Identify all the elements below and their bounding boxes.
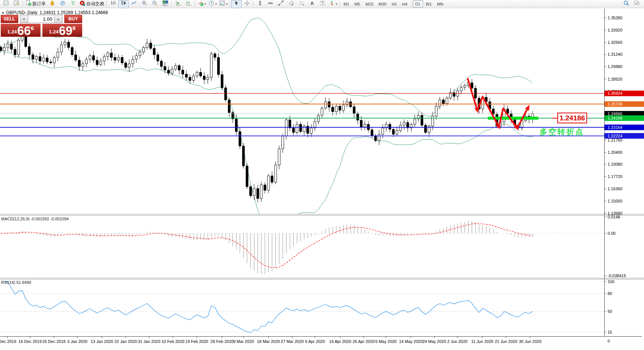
timeframe-m15-button[interactable]: M15 bbox=[363, 0, 376, 8]
quotes-button[interactable] bbox=[47, 0, 57, 8]
trend-zigzag-arrows[interactable] bbox=[468, 79, 529, 130]
chart-symbol-period: GBPUSD-,Daily bbox=[6, 10, 38, 15]
timeframe-m5-button[interactable]: M5 bbox=[352, 0, 363, 8]
zoom-out-button[interactable] bbox=[149, 0, 160, 8]
new-order-button[interactable]: 新订单 bbox=[24, 0, 47, 8]
timeframe-w1-button[interactable]: W1 bbox=[423, 0, 435, 8]
candle-chart-icon bbox=[120, 0, 127, 8]
svg-text:16 Apr 2020: 16 Apr 2020 bbox=[329, 339, 351, 344]
buy-price-display[interactable]: 1.24 69 9 bbox=[42, 24, 82, 37]
chevron-down-icon: ▾ bbox=[205, 2, 206, 6]
svg-text:Dec 2019: Dec 2019 bbox=[0, 339, 16, 344]
auto-scroll-button[interactable] bbox=[173, 0, 183, 8]
price-level-text-box[interactable]: 1.24186 bbox=[557, 113, 587, 123]
svg-text:25 Dec 2019: 25 Dec 2019 bbox=[42, 339, 65, 344]
svg-text:31 Jan 2020: 31 Jan 2020 bbox=[138, 339, 161, 344]
text-tool-button[interactable]: A bbox=[307, 0, 317, 8]
chart-marker-icon: ► bbox=[2, 11, 5, 14]
chat-button[interactable] bbox=[631, 0, 642, 8]
candle-chart-button[interactable] bbox=[118, 0, 129, 8]
sell-price-big: 66 bbox=[17, 25, 31, 36]
turning-point-annotation[interactable]: 多空转折点 bbox=[540, 127, 584, 137]
market-watch-button[interactable] bbox=[57, 0, 68, 8]
toolbar-separator bbox=[23, 1, 23, 7]
chevron-down-icon: ▾ bbox=[226, 2, 228, 6]
svg-text:21 Jun 2020: 21 Jun 2020 bbox=[495, 339, 518, 344]
fibonacci-tool-button[interactable]: F bbox=[296, 0, 307, 8]
toolbar-separator bbox=[195, 1, 195, 7]
autotrade-icon bbox=[79, 0, 86, 8]
svg-text:30 Jun 2020: 30 Jun 2020 bbox=[519, 339, 542, 344]
trendline-icon bbox=[278, 0, 284, 8]
line-chart-button[interactable] bbox=[129, 0, 139, 8]
price-level-lines[interactable] bbox=[0, 93, 604, 136]
new-chart-button[interactable] bbox=[1, 0, 11, 8]
svg-text:6 Apr 2020: 6 Apr 2020 bbox=[305, 339, 325, 344]
search-icon bbox=[623, 0, 629, 8]
svg-text:14 May 2020: 14 May 2020 bbox=[399, 339, 423, 344]
volume-increase-button[interactable]: ▲ bbox=[54, 15, 62, 23]
trendline-tool-button[interactable] bbox=[276, 0, 286, 8]
timeframe-h4-button[interactable]: H4 bbox=[400, 0, 410, 8]
periods-icon bbox=[208, 0, 215, 8]
new-chart-icon bbox=[3, 0, 9, 8]
buy-price-sup: 9 bbox=[73, 25, 75, 31]
svg-text:15: 15 bbox=[608, 330, 612, 334]
text-label-tool-button[interactable]: T bbox=[317, 0, 328, 8]
history-center-button[interactable] bbox=[11, 0, 22, 8]
hline-tool-button[interactable] bbox=[265, 0, 276, 8]
chat-icon bbox=[634, 0, 640, 8]
svg-text:1.26924: 1.26924 bbox=[608, 91, 622, 95]
timeframe-mn-button[interactable]: MN bbox=[434, 0, 446, 8]
svg-text:1.35280: 1.35280 bbox=[608, 16, 622, 20]
crosshair-button[interactable] bbox=[242, 0, 252, 8]
sell-button[interactable]: SELL bbox=[1, 15, 18, 23]
svg-text:1.24186: 1.24186 bbox=[608, 116, 622, 120]
indicators-button[interactable]: ▾ bbox=[196, 0, 207, 8]
svg-text:3 Jan 2020: 3 Jan 2020 bbox=[67, 339, 87, 344]
channel-tool-button[interactable]: E bbox=[286, 0, 296, 8]
sell-price-display[interactable]: 1.24 66 6 bbox=[1, 24, 41, 37]
toolbar-separator bbox=[171, 1, 172, 7]
chart-shift-icon bbox=[186, 0, 192, 8]
search-button[interactable] bbox=[621, 0, 631, 8]
quotes-icon bbox=[49, 0, 55, 8]
pane-separators[interactable] bbox=[0, 214, 644, 279]
templates-button[interactable]: ▾ bbox=[218, 0, 229, 8]
tile-windows-button[interactable] bbox=[160, 0, 170, 8]
text-icon: A bbox=[309, 0, 315, 8]
tile-windows-icon bbox=[162, 0, 168, 8]
cursor-icon bbox=[234, 0, 240, 8]
vline-tool-button[interactable] bbox=[255, 0, 265, 8]
timeframe-h1-button[interactable]: H1 bbox=[389, 0, 399, 8]
timeframe-d1-button[interactable]: D1 bbox=[413, 0, 423, 8]
chart-shift-button[interactable] bbox=[183, 0, 194, 8]
svg-text:1.15000: 1.15000 bbox=[608, 199, 622, 203]
volume-decrease-button[interactable]: ▼ bbox=[20, 15, 28, 23]
bar-chart-button[interactable] bbox=[108, 0, 118, 8]
svg-text:19 Feb 2020: 19 Feb 2020 bbox=[185, 339, 208, 344]
svg-text:-0.038415: -0.038415 bbox=[608, 273, 626, 278]
volume-input[interactable] bbox=[28, 15, 54, 23]
zoom-in-button[interactable] bbox=[139, 0, 149, 8]
zoom-in-icon bbox=[141, 0, 148, 8]
buy-button[interactable]: BUY bbox=[64, 15, 82, 23]
svg-text:F: F bbox=[303, 4, 304, 6]
time-axis[interactable]: Dec 2019 16 Dec 2019 25 Dec 2019 3 Jan 2… bbox=[0, 336, 541, 344]
price-chart-svg[interactable]: 1.35280 1.33920 1.32560 1.31240 1.29880 … bbox=[0, 0, 644, 350]
hline-icon bbox=[267, 0, 274, 8]
arrows-tool-button[interactable]: ▾ bbox=[328, 0, 338, 8]
timeframe-m1-button[interactable]: M1 bbox=[341, 0, 352, 8]
timeframe-m30-button[interactable]: M30 bbox=[376, 0, 389, 8]
autotrade-button[interactable]: 自动交易 bbox=[78, 0, 105, 8]
chart-canvas[interactable]: 1.35280 1.33920 1.32560 1.31240 1.29880 … bbox=[0, 0, 644, 350]
svg-text:26 Apr 2020: 26 Apr 2020 bbox=[352, 339, 374, 344]
one-click-trading-panel: SELL ▼ ▲ BUY 1.24 66 6 1.24 69 9 bbox=[1, 15, 82, 37]
svg-text:1.22224: 1.22224 bbox=[608, 134, 622, 138]
cursor-button[interactable] bbox=[231, 0, 242, 8]
periods-button[interactable]: ▾ bbox=[207, 0, 218, 8]
signals-button[interactable] bbox=[68, 0, 78, 8]
chevron-down-icon: ▾ bbox=[336, 2, 337, 6]
fibonacci-icon: F bbox=[299, 0, 305, 8]
crosshair-icon bbox=[244, 0, 250, 8]
